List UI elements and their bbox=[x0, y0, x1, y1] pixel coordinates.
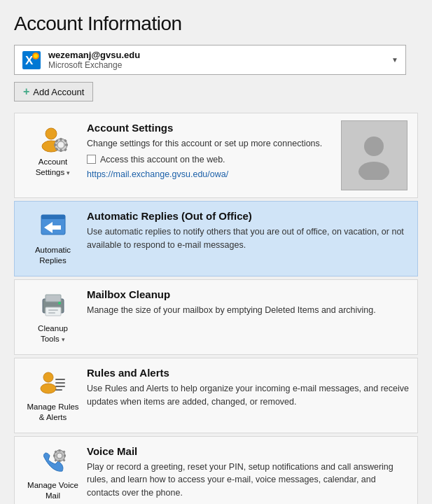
automatic-replies-title: Automatic Replies (Out of Office) bbox=[87, 210, 409, 222]
account-settings-desc: Change settings for this account or set … bbox=[87, 137, 339, 150]
svg-rect-8 bbox=[60, 138, 62, 141]
exchange-icon: X bbox=[22, 50, 41, 70]
cleanup-tools-content: Mailbox Cleanup Manage the size of your … bbox=[83, 287, 409, 321]
cleanup-tools-section[interactable]: CleanupTools ▾ Mailbox Cleanup Manage th… bbox=[14, 279, 418, 355]
svg-point-34 bbox=[57, 453, 62, 458]
cleanup-tools-icon bbox=[38, 290, 69, 321]
cleanup-tools-icon-block: CleanupTools ▾ bbox=[23, 287, 83, 347]
svg-rect-38 bbox=[64, 454, 66, 456]
plus-icon: + bbox=[23, 85, 29, 98]
rules-alerts-title: Rules and Alerts bbox=[87, 367, 409, 379]
svg-point-4 bbox=[46, 128, 57, 139]
svg-rect-35 bbox=[58, 449, 60, 451]
add-account-label: Add Account bbox=[33, 87, 84, 97]
svg-rect-24 bbox=[48, 309, 58, 311]
account-settings-icon-block: AccountSettings ▾ bbox=[23, 120, 83, 181]
dropdown-arrow-icon: ▼ bbox=[391, 56, 398, 64]
account-email: wezemanj@gvsu.edu bbox=[48, 50, 386, 60]
avatar-icon bbox=[353, 131, 395, 180]
rules-alerts-desc: Use Rules and Alerts to help organize yo… bbox=[87, 382, 409, 409]
rules-alerts-icon-block: Manage Rules& Alerts bbox=[23, 365, 83, 426]
svg-rect-22 bbox=[46, 295, 61, 302]
voice-mail-icon-block: Manage VoiceMail bbox=[23, 444, 83, 504]
cleanup-tools-label: CleanupTools ▾ bbox=[38, 323, 68, 344]
rules-alerts-icon bbox=[38, 368, 69, 399]
svg-point-16 bbox=[364, 136, 384, 156]
voice-mail-label: Manage VoiceMail bbox=[27, 480, 78, 501]
account-settings-section[interactable]: AccountSettings ▾ Account Settings Chang… bbox=[14, 113, 418, 198]
owa-link[interactable]: https://mail.exchange.gvsu.edu/owa/ bbox=[87, 169, 228, 179]
automatic-replies-label: AutomaticReplies bbox=[35, 245, 71, 266]
svg-rect-31 bbox=[55, 386, 65, 387]
automatic-replies-section[interactable]: AutomaticReplies Automatic Replies (Out … bbox=[14, 201, 418, 276]
svg-rect-23 bbox=[46, 307, 61, 316]
rules-alerts-section[interactable]: Manage Rules& Alerts Rules and Alerts Us… bbox=[14, 358, 418, 433]
cleanup-tools-title: Mailbox Cleanup bbox=[87, 288, 409, 300]
svg-rect-11 bbox=[65, 144, 68, 146]
svg-rect-25 bbox=[48, 312, 55, 314]
account-info: wezemanj@gvsu.edu Microsoft Exchange bbox=[48, 50, 386, 70]
access-row: Access this account on the web. bbox=[87, 155, 339, 164]
account-settings-content: Account Settings Change settings for thi… bbox=[83, 120, 339, 180]
svg-point-26 bbox=[58, 302, 61, 304]
svg-point-17 bbox=[358, 162, 389, 180]
cleanup-tools-desc: Manage the size of your mailbox by empty… bbox=[87, 304, 409, 317]
account-type: Microsoft Exchange bbox=[48, 60, 386, 70]
page-container: Account Information X wezemanj@gvsu.edu … bbox=[0, 0, 432, 504]
access-checkbox[interactable] bbox=[87, 155, 96, 164]
automatic-replies-icon-block: AutomaticReplies bbox=[23, 209, 83, 269]
access-label: Access this account on the web. bbox=[100, 155, 225, 164]
svg-point-27 bbox=[43, 372, 53, 382]
avatar-area bbox=[339, 120, 409, 190]
svg-rect-37 bbox=[53, 454, 55, 456]
voice-mail-title: Voice Mail bbox=[87, 445, 409, 457]
rules-alerts-content: Rules and Alerts Use Rules and Alerts to… bbox=[83, 365, 409, 413]
svg-rect-30 bbox=[55, 382, 65, 384]
voice-mail-desc: Play or record a greeting, reset your PI… bbox=[87, 461, 409, 500]
svg-rect-36 bbox=[58, 460, 60, 462]
svg-point-7 bbox=[57, 141, 64, 148]
voice-mail-content: Voice Mail Play or record a greeting, re… bbox=[83, 444, 409, 504]
svg-point-3 bbox=[34, 54, 38, 58]
account-dropdown[interactable]: X wezemanj@gvsu.edu Microsoft Exchange ▼ bbox=[14, 45, 406, 75]
automatic-replies-icon bbox=[38, 211, 69, 242]
account-settings-title: Account Settings bbox=[87, 122, 339, 134]
svg-rect-29 bbox=[55, 379, 65, 380]
svg-rect-9 bbox=[60, 149, 62, 152]
svg-rect-19 bbox=[41, 215, 65, 219]
automatic-replies-content: Automatic Replies (Out of Office) Use au… bbox=[83, 209, 409, 256]
add-account-button[interactable]: + Add Account bbox=[14, 82, 93, 102]
voice-mail-section[interactable]: Manage VoiceMail Voice Mail Play or reco… bbox=[14, 436, 418, 504]
page-title: Account Information bbox=[14, 13, 418, 35]
automatic-replies-desc: Use automatic replies to notify others t… bbox=[87, 225, 409, 252]
avatar-placeholder bbox=[341, 120, 407, 190]
svg-point-28 bbox=[41, 384, 56, 393]
account-settings-label: AccountSettings ▾ bbox=[36, 157, 71, 178]
rules-alerts-label: Manage Rules& Alerts bbox=[27, 402, 78, 423]
account-settings-icon bbox=[38, 123, 69, 154]
svg-rect-32 bbox=[55, 389, 62, 391]
svg-rect-10 bbox=[54, 144, 57, 146]
voice-mail-icon bbox=[38, 447, 69, 477]
